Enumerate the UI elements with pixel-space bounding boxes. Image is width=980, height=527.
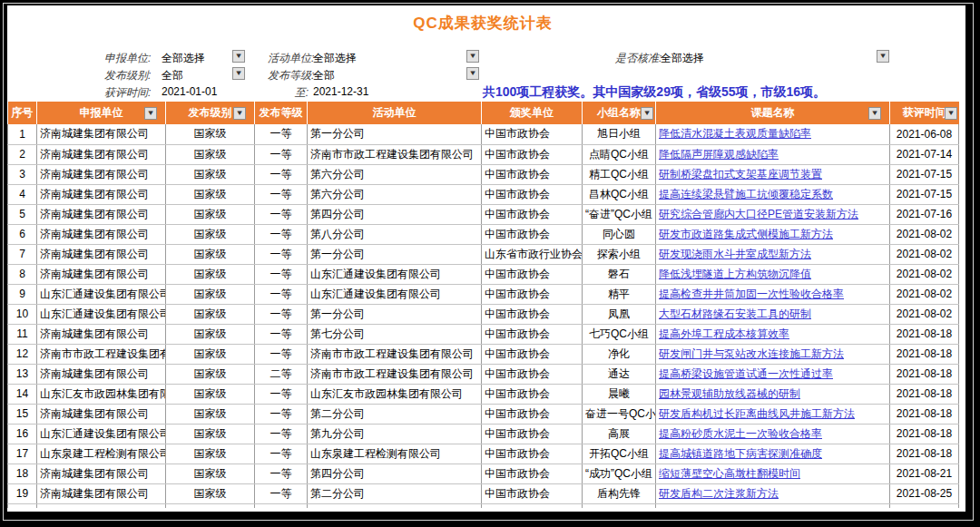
fabu-jibie-dropdown-button[interactable]: ▼ — [232, 67, 245, 80]
topic-link[interactable]: 研发市政道路集成式侧模施工新方法 — [659, 228, 833, 240]
cell-huoping-shijian: 2021-08-18 — [890, 384, 959, 404]
cell-shenbao-danwei: 济南城建集团有限公司 — [37, 144, 166, 164]
cell-fabu-dengji: 一等 — [255, 284, 308, 304]
table-row: 7 济南城建集团有限公司 国家级 一等 第一分公司 山东省市政行业协会 探索小组… — [8, 244, 959, 264]
cell-xiaozu-mingcheng: 探索小组 — [583, 244, 656, 264]
cell-huoping-shijian: 2021-06-08 — [890, 124, 959, 144]
cell-huoping-shijian: 2021-08-02 — [890, 264, 959, 284]
topic-link[interactable]: 提高检查井井筒加固一次性验收合格率 — [659, 288, 844, 300]
filter-value-fabu-jibie[interactable]: 全部 — [162, 68, 183, 83]
topic-link[interactable]: 园林景观辅助放线器械的研制 — [659, 387, 800, 400]
page-title: QC成果获奖统计表 — [7, 13, 958, 34]
header-row: 序号 申报单位 ▼ 发布级别 ▼ 发布等级 活动单位 颁奖单位 小组名称 ▼ 课… — [8, 102, 959, 124]
table-row: 16 山东汇通建设集团有限公司 国家级 一等 第九分公司 中国市政协会 高展 提… — [8, 424, 959, 444]
cell-xuhao: 3 — [8, 164, 37, 184]
topic-link[interactable]: 研发闸门井与泵站改水连接施工新方法 — [659, 347, 844, 360]
filter-value-shenbao-danwei[interactable]: 全部选择 — [162, 51, 205, 66]
topic-link[interactable]: 降低隔声屏障观感缺陷率 — [659, 148, 779, 161]
cell-xuhao: 13 — [8, 364, 37, 384]
topic-link[interactable]: 研发现浇雨水斗井室成型新方法 — [659, 248, 811, 260]
cell-huodong-danwei: 第九分公司 — [308, 424, 482, 444]
cell-xuhao: 7 — [8, 244, 37, 264]
topic-link[interactable]: 降低清水混凝土表观质量缺陷率 — [659, 127, 811, 140]
cell-shenbao-danwei: 山东汇通建设集团有限公司 — [37, 284, 166, 304]
topic-link[interactable]: 提高城镇道路地下病害探测准确度 — [659, 447, 822, 460]
xiaozu-column-filter-button[interactable]: ▼ — [641, 107, 653, 120]
cell-huoping-shijian: 2021-08-18 — [890, 404, 959, 424]
huoping-column-filter-button[interactable]: ▼ — [945, 107, 957, 120]
cell-fabu-jibie: 国家级 — [166, 284, 255, 304]
cell-fabu-dengji: 一等 — [255, 144, 308, 164]
shenbao-dropdown-button[interactable]: ▼ — [232, 50, 245, 63]
cell-fabu-jibie: 国家级 — [166, 244, 255, 264]
cell-shenbao-danwei: 济南城建集团有限公司 — [37, 124, 166, 144]
header-fabu-dengji: 发布等级 — [255, 102, 308, 124]
fabu-dengji-dropdown-button[interactable]: ▼ — [466, 67, 479, 80]
topic-link[interactable]: 研制桥梁盘扣式支架基座调节装置 — [659, 168, 822, 181]
cell-huodong-danwei: 山东泉建工程检测有限公司 — [308, 444, 482, 464]
cell-xiaozu-mingcheng: 昌林QC小组 — [583, 184, 656, 204]
table-row: 9 山东汇通建设集团有限公司 国家级 一等 山东汇通建设集团有限公司 中国市政协… — [8, 284, 959, 304]
cell-xiaozu-mingcheng: 开拓QC小组 — [583, 444, 656, 464]
table-row: 17 山东泉建工程检测有限公司 国家级 一等 山东泉建工程检测有限公司 中国市政… — [8, 444, 959, 464]
topic-link[interactable]: 降低浅埋隧道上方构筑物沉降值 — [659, 268, 811, 280]
filter-value-shifou-hezhun[interactable]: 全部选择 — [661, 51, 704, 66]
cell-xuhao: 12 — [8, 344, 37, 364]
cell-fabu-dengji: 一等 — [255, 204, 308, 224]
cell-fabu-dengji: 一等 — [255, 404, 308, 424]
cell-banjiang-danwei: 中国市政协会 — [482, 184, 583, 204]
shenbao-column-filter-button[interactable]: ▼ — [144, 107, 157, 120]
cell-xuhao: 5 — [8, 204, 37, 224]
keti-column-filter-button[interactable]: ▼ — [868, 107, 881, 120]
cell-huoping-shijian: 2021-08-25 — [890, 483, 959, 503]
cell-huodong-danwei: 山东汇友市政园林集团有限公司 — [308, 384, 482, 404]
topic-link[interactable]: 研发盾构二次注浆新方法 — [659, 487, 779, 500]
cell-fabu-jibie: 国家级 — [166, 404, 255, 424]
cell-xuhao: 11 — [8, 324, 37, 344]
cell-fabu-jibie: 国家级 — [166, 384, 255, 404]
cell-fabu-jibie: 国家级 — [166, 483, 255, 503]
filter-value-fabu-dengji[interactable]: 全部 — [313, 68, 335, 83]
filter-triangle-icon: ▼ — [642, 110, 651, 117]
cell-xuhao: 9 — [8, 284, 37, 304]
cell-fabu-jibie: 国家级 — [166, 184, 255, 204]
topic-link[interactable]: 缩短薄壁空心高墩柱翻模时间 — [659, 467, 800, 480]
cell-banjiang-danwei: 中国市政协会 — [482, 164, 583, 184]
cell-banjiang-danwei: 山东省市政行业协会 — [482, 244, 583, 264]
cell-keti-mingcheng: 提高连续梁悬臂施工抗倾覆稳定系数 — [656, 184, 890, 204]
date-to-field[interactable]: 2021-12-31 — [313, 85, 368, 98]
fabu-jibie-column-filter-button[interactable]: ▼ — [233, 107, 246, 120]
huodong-dropdown-button[interactable]: ▼ — [466, 50, 479, 63]
header-shenbao-danwei: 申报单位 ▼ — [37, 102, 166, 124]
topic-link[interactable]: 大型石材路缘石安装工具的研制 — [659, 307, 811, 320]
cell-shenbao-danwei: 济南城建集团有限公司 — [37, 204, 166, 224]
table-row: 13 济南城建集团有限公司 国家级 二等 济南市市政工程建设集团有限公司 中国市… — [8, 364, 959, 384]
cell-huodong-danwei: 第七分公司 — [308, 324, 482, 344]
cell-huoping-shijian: 2021-08-02 — [890, 284, 959, 304]
cell-banjiang-danwei: 中国市政协会 — [482, 304, 583, 324]
cell-xuhao: 2 — [8, 144, 37, 164]
topic-link[interactable]: 提高桥梁设施管道试通一次性通过率 — [659, 367, 833, 380]
cell-banjiang-danwei: 中国市政协会 — [482, 404, 583, 424]
cell-shenbao-danwei: 山东汇通建设集团有限公司 — [37, 304, 166, 324]
cell-keti-mingcheng: 园林景观辅助放线器械的研制 — [656, 384, 890, 404]
cell-xiaozu-mingcheng: 磐石 — [583, 264, 656, 284]
cell-fabu-jibie: 国家级 — [166, 344, 255, 364]
cell-fabu-jibie: 国家级 — [166, 324, 255, 344]
date-from-field[interactable]: 2021-01-01 — [162, 85, 217, 98]
cell-fabu-jibie: 国家级 — [166, 144, 255, 164]
cell-xuhao: 4 — [8, 184, 37, 204]
topic-link[interactable]: 提高粉砂质水泥土一次验收合格率 — [659, 427, 822, 440]
topic-link[interactable]: 研究综合管廊内大口径PE管道安装新方法 — [659, 208, 858, 220]
cell-fabu-dengji: 一等 — [255, 224, 308, 244]
hezhun-dropdown-button[interactable]: ▼ — [877, 50, 889, 63]
cell-xiaozu-mingcheng: “成功”QC小组 — [583, 464, 656, 483]
cell-shenbao-danwei: 济南城建集团有限公司 — [37, 244, 166, 264]
topic-link[interactable]: 提高外埠工程成本核算效率 — [659, 327, 789, 340]
cell-shenbao-danwei: 济南城建集团有限公司 — [37, 164, 166, 184]
chevron-down-icon: ▼ — [234, 70, 242, 77]
cell-banjiang-danwei: 中国市政协会 — [482, 224, 583, 244]
topic-link[interactable]: 研发盾构机过长距离曲线风井施工新方法 — [659, 407, 855, 420]
filter-value-huodong-danwei[interactable]: 全部选择 — [313, 51, 357, 66]
topic-link[interactable]: 提高连续梁悬臂施工抗倾覆稳定系数 — [659, 188, 833, 200]
